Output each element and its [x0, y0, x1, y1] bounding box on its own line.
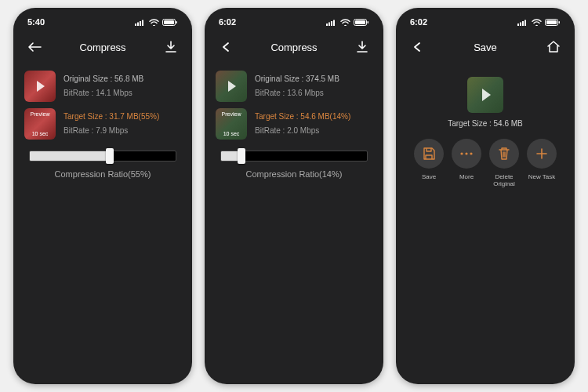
- back-chevron-icon: [412, 42, 422, 53]
- more-button[interactable]: [452, 139, 481, 169]
- back-button[interactable]: [26, 38, 43, 56]
- play-icon: [37, 81, 45, 92]
- target-bitrate: BitRate : 2.0 Mbps: [255, 125, 372, 137]
- target-bitrate: BitRate : 7.9 Mbps: [64, 125, 181, 137]
- svg-rect-19: [546, 20, 557, 24]
- status-time: 6:02: [410, 17, 427, 27]
- wifi-icon: [149, 19, 159, 26]
- nav-bar: Save: [396, 33, 575, 61]
- original-thumbnail[interactable]: [24, 71, 56, 102]
- svg-rect-7: [326, 24, 328, 26]
- original-row: Original Size : 56.8 MB BitRate : 14.1 M…: [24, 71, 181, 102]
- slider-track: [220, 151, 368, 162]
- compression-slider[interactable]: [29, 151, 176, 162]
- plus-icon: [535, 147, 548, 160]
- compression-ratio-label: Compression Ratio(14%): [216, 169, 372, 179]
- home-icon: [546, 41, 561, 53]
- back-arrow-icon: [27, 42, 42, 53]
- nav-bar: Compress: [13, 33, 192, 61]
- original-size: Original Size : 374.5 MB: [255, 73, 372, 85]
- slider-fill: [30, 151, 110, 161]
- preview-thumbnail[interactable]: Preview 10 sec: [24, 108, 56, 140]
- action-new: New Task: [523, 139, 561, 187]
- svg-rect-14: [517, 24, 519, 26]
- status-time: 5:40: [27, 17, 45, 27]
- more-label: More: [459, 173, 474, 180]
- save-target-size: Target Size : 54.6 MB: [448, 119, 523, 128]
- delete-button[interactable]: [489, 139, 519, 169]
- original-row: Original Size : 374.5 MB BitRate : 13.6 …: [216, 71, 372, 102]
- original-bitrate: BitRate : 13.6 Mbps: [255, 87, 372, 100]
- svg-point-22: [465, 152, 467, 154]
- original-thumbnail[interactable]: [216, 71, 247, 102]
- svg-rect-17: [524, 20, 526, 26]
- status-bar: 6:02: [396, 8, 575, 33]
- action-save: Save: [410, 139, 448, 187]
- back-button[interactable]: [408, 38, 426, 56]
- action-delete: Delete Original: [485, 139, 523, 187]
- wifi-icon: [340, 19, 350, 26]
- slider-knob[interactable]: [238, 148, 245, 164]
- preview-label: Preview: [24, 111, 56, 117]
- preview-duration: 10 sec: [24, 131, 56, 136]
- svg-rect-15: [520, 22, 521, 26]
- compression-ratio-label: Compression Ratio(55%): [24, 169, 181, 179]
- signal-icon: [326, 19, 337, 26]
- nav-bar: Compress: [205, 33, 383, 61]
- status-indicators: [135, 19, 178, 26]
- play-icon: [482, 89, 491, 101]
- save-button[interactable]: [414, 139, 444, 169]
- save-label: Save: [422, 173, 436, 180]
- original-info: Original Size : 56.8 MB BitRate : 14.1 M…: [64, 73, 181, 100]
- original-size: Original Size : 56.8 MB: [64, 73, 181, 85]
- battery-icon: [545, 19, 561, 26]
- svg-point-23: [470, 152, 472, 154]
- wifi-icon: [532, 19, 542, 26]
- status-bar: 6:02: [205, 8, 383, 33]
- svg-rect-16: [522, 21, 524, 26]
- play-icon: [228, 81, 236, 92]
- svg-rect-6: [176, 21, 178, 24]
- svg-rect-13: [368, 21, 369, 24]
- target-info: Target Size : 31.7 MB(55%) BitRate : 7.9…: [64, 111, 181, 137]
- save-thumbnail[interactable]: [467, 77, 503, 113]
- svg-rect-2: [140, 21, 141, 26]
- svg-point-21: [460, 152, 463, 154]
- action-row: Save More Delete Original: [407, 139, 564, 187]
- target-info: Target Size : 54.6 MB(14%) BitRate : 2.0…: [255, 111, 372, 137]
- svg-rect-9: [331, 21, 332, 26]
- svg-rect-5: [164, 20, 174, 24]
- more-icon: [459, 151, 474, 156]
- new-task-label: New Task: [528, 173, 556, 180]
- home-button[interactable]: [545, 38, 562, 56]
- save-preview: Target Size : 54.6 MB: [407, 77, 564, 128]
- target-size: Target Size : 54.6 MB(14%): [255, 111, 372, 123]
- save-icon: [422, 147, 436, 161]
- svg-rect-12: [355, 20, 365, 24]
- delete-label: Delete Original: [485, 173, 523, 187]
- preview-thumbnail[interactable]: Preview 10 sec: [216, 108, 247, 140]
- slider-knob[interactable]: [106, 148, 114, 164]
- target-row: Preview 10 sec Target Size : 31.7 MB(55%…: [24, 108, 181, 140]
- back-button[interactable]: [217, 38, 234, 56]
- action-more: More: [448, 139, 485, 187]
- compression-slider[interactable]: [220, 151, 368, 162]
- download-icon: [165, 41, 177, 53]
- signal-icon: [135, 19, 146, 26]
- trash-icon: [498, 147, 510, 161]
- screen-compress-2: 6:02 Compress: [205, 8, 383, 384]
- download-button[interactable]: [162, 38, 180, 56]
- slider-track: [29, 151, 176, 162]
- download-icon: [356, 41, 368, 53]
- signal-icon: [517, 19, 528, 26]
- original-bitrate: BitRate : 14.1 Mbps: [64, 87, 181, 100]
- preview-label: Preview: [216, 111, 247, 117]
- status-bar: 5:40: [13, 8, 192, 33]
- status-time: 6:02: [219, 17, 236, 27]
- svg-rect-3: [142, 20, 143, 26]
- original-info: Original Size : 374.5 MB BitRate : 13.6 …: [255, 73, 372, 100]
- new-task-button[interactable]: [527, 139, 557, 169]
- download-button[interactable]: [354, 38, 371, 56]
- target-size: Target Size : 31.7 MB(55%): [64, 111, 181, 123]
- screen-save: 6:02 Save: [396, 8, 575, 384]
